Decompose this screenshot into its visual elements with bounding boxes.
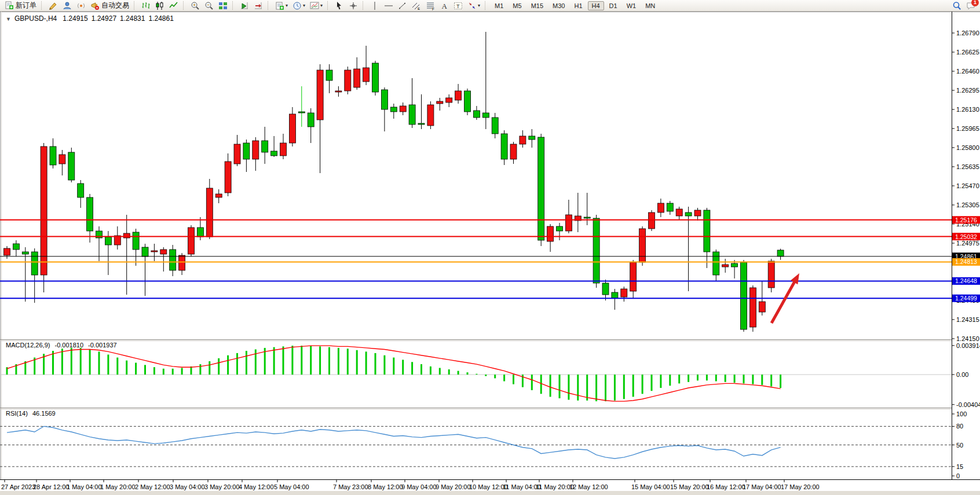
text-icon: A <box>440 1 449 10</box>
timeframe-button-m5[interactable]: M5 <box>509 1 525 10</box>
ohlc-high: 1.24927 <box>92 14 116 23</box>
time-axis-label: 7 May 23:00 <box>333 483 368 490</box>
toolbar-button-arrows-tool[interactable]: ▾ <box>466 0 482 12</box>
timeframe-button-h1[interactable]: H1 <box>570 1 586 10</box>
time-axis-label: 15 May 04:00 <box>631 483 670 490</box>
toolbar-button-autotrading[interactable]: 自动交易 <box>89 0 131 12</box>
ohlc-open: 1.24915 <box>63 14 87 23</box>
toolbar-button-auto-scroll[interactable] <box>238 0 251 12</box>
price-tag-label: 1.24813 <box>955 258 977 265</box>
bars-chart-icon <box>141 1 151 10</box>
symbol-dropdown-icon[interactable]: ▼ <box>6 16 11 22</box>
ohlc-close: 1.24861 <box>148 14 173 23</box>
svg-text:A: A <box>442 2 448 10</box>
toolbar-separator <box>41 1 44 10</box>
time-axis-label: 11 May 04:00 <box>503 483 541 490</box>
macd-value-main: -0.001810 <box>54 342 83 349</box>
crosshair-icon <box>349 1 358 10</box>
price-tick-label: 1.26295 <box>956 87 979 94</box>
toolbar-button-fibo[interactable]: F <box>424 0 437 12</box>
zoom-in-icon <box>191 1 200 10</box>
toolbar-button-search[interactable] <box>950 0 963 12</box>
candle-chart-icon <box>155 1 164 10</box>
toolbar-button-trendline[interactable] <box>396 0 409 12</box>
toolbar-button-cursor[interactable] <box>333 0 346 12</box>
template-icon <box>310 1 319 10</box>
text-label-icon: T <box>454 1 463 10</box>
autotrading-icon <box>90 1 100 10</box>
svg-text:E: E <box>418 7 420 10</box>
macd-tick-label: 0.00 <box>956 371 968 378</box>
toolbar-button-candle-chart[interactable] <box>153 0 166 12</box>
timeframe-button-d1[interactable]: D1 <box>605 1 621 10</box>
price-tick-label: 1.26625 <box>956 49 979 56</box>
timeframe-button-m30[interactable]: M30 <box>548 1 569 10</box>
macd-indicator-label: MACD(12,26,9) -0.001810 -0.001937 <box>6 342 120 349</box>
timeframe-button-m1[interactable]: M1 <box>491 1 507 10</box>
toolbar-button-shift-chart[interactable] <box>252 0 265 12</box>
time-axis-label: 8 May 12:00 <box>368 483 403 490</box>
time-axis-label: 15 May 20:00 <box>670 483 709 490</box>
time-axis-label: 10 May 12:00 <box>469 483 508 490</box>
time-axis-label: 4 May 12:00 <box>239 483 274 490</box>
toolbar-button-zoom-in[interactable] <box>189 0 202 12</box>
svg-text:F: F <box>432 6 434 10</box>
toolbar-button-template[interactable]: ▾ <box>308 0 324 12</box>
trendline-icon <box>398 1 407 10</box>
toolbar-button-text[interactable]: A <box>438 0 451 12</box>
toolbar-button-crosshair[interactable] <box>347 0 360 12</box>
autotrading-label: 自动交易 <box>101 1 129 10</box>
toolbar-button-line-chart[interactable] <box>167 0 180 12</box>
toolbar-separator <box>327 1 330 10</box>
toolbar-button-text-label[interactable]: T <box>452 0 465 12</box>
toolbar-button-vline[interactable] <box>368 0 381 12</box>
price-tick-label: 1.25965 <box>956 125 979 132</box>
toolbar-button-zoom-out[interactable] <box>203 0 215 12</box>
time-axis-label: 11 May 20:00 <box>536 483 574 490</box>
toolbar-button-new-order[interactable]: 新订单 <box>3 0 38 12</box>
timeframe-button-mn[interactable]: MN <box>641 1 659 10</box>
dropdown-caret-icon: ▾ <box>303 3 305 8</box>
time-axis-label: 1 May 04:00 <box>67 483 102 490</box>
toolbar-separator <box>183 1 186 10</box>
toolbar-separator <box>134 1 137 10</box>
timeframe-button-h4[interactable]: H4 <box>588 1 604 10</box>
macd-tick-label: 0.003914 <box>956 342 980 349</box>
toolbar-button-chat[interactable]: 1 <box>964 0 977 12</box>
search-icon <box>952 1 961 10</box>
price-tick-label: 1.25470 <box>956 182 979 189</box>
chart-canvas[interactable]: 1.267901.266251.264601.262951.261301.259… <box>0 12 980 495</box>
rsi-tick-label: 80 <box>956 423 963 430</box>
dropdown-caret-icon: ▾ <box>478 3 480 8</box>
shift-chart-icon <box>254 1 263 10</box>
time-axis-label: 12 May 12:00 <box>569 483 608 490</box>
timeframe-button-w1[interactable]: W1 <box>623 1 641 10</box>
toolbar-button-channel[interactable]: E <box>410 0 423 12</box>
signals-icon <box>76 1 86 10</box>
toolbar-button-bars-chart[interactable] <box>140 0 152 12</box>
timeframe-button-m15[interactable]: M15 <box>527 1 547 10</box>
rsi-tick-label: 100 <box>956 410 967 417</box>
auto-scroll-icon <box>240 1 249 10</box>
toolbar-button-period[interactable]: ▾ <box>291 0 307 12</box>
price-tag-label: 1.24499 <box>955 295 977 302</box>
rsi-tick-label: 50 <box>956 442 963 449</box>
zoom-out-icon <box>204 1 214 10</box>
price-tag-label: 1.24648 <box>955 277 977 284</box>
toolbar-button-tile-windows[interactable] <box>217 0 229 12</box>
time-axis-label: 1 May 20:00 <box>100 483 136 490</box>
toolbar-button-new-chart[interactable]: ▾ <box>273 0 290 12</box>
symbol-period-label: GBPUSD-,H4 <box>14 14 57 23</box>
toolbar-button-hline[interactable] <box>382 0 395 12</box>
toolbar-button-signals[interactable] <box>75 0 87 12</box>
time-axis-label: 17 May 04:00 <box>743 483 781 490</box>
time-axis-label: 9 May 04:00 <box>401 483 437 490</box>
toolbar-button-styler[interactable] <box>47 0 60 12</box>
community-icon <box>63 1 72 10</box>
time-axis-label: 3 May 20:00 <box>204 483 240 490</box>
time-axis-label: 17 May 20:00 <box>781 483 820 490</box>
time-axis-label: 9 May 20:00 <box>436 483 471 490</box>
price-tick-label: 1.25635 <box>956 163 979 170</box>
new-order-icon <box>5 1 14 10</box>
toolbar-button-community[interactable] <box>61 0 74 12</box>
